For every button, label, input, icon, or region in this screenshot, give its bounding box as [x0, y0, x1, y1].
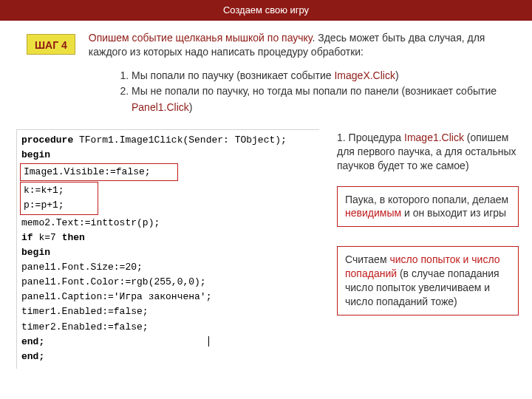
- code-line: timer2.Enabled:=false;: [20, 320, 316, 335]
- step-badge: ШАГ 4: [27, 34, 75, 55]
- code-line: p:=p+1;: [22, 198, 96, 213]
- intro-section: ШАГ 4 Опишем событие щелканья мышкой по …: [0, 21, 532, 65]
- code-line: Image1.Visible:=false;: [22, 165, 176, 180]
- procedure-name: Image1.Click: [404, 132, 464, 143]
- event-name: Panel1.Click: [132, 101, 189, 113]
- code-line: panel1.Font.Size:=20;: [20, 260, 316, 275]
- code-line: panel1.Caption:='Игра закончена';: [20, 290, 316, 304]
- code-line: if k=7 then: [20, 231, 316, 245]
- code-panel: procedure TForm1.Image1Click(Sender: TOb…: [16, 129, 319, 369]
- code-line: timer1.Enabled:=false;: [20, 304, 316, 319]
- code-line: end;: [20, 349, 316, 364]
- text-cursor: [208, 336, 209, 347]
- page-header: Создаем свою игру: [0, 0, 532, 21]
- right-column: 1. Процедура Image1.Click (опишем для пе…: [337, 129, 519, 369]
- lower-section: procedure TForm1.Image1Click(Sender: TOb…: [0, 129, 532, 369]
- code-highlight-box: Image1.Visible:=false;: [20, 163, 178, 181]
- procedure-description: 1. Процедура Image1.Click (опишем для пе…: [337, 131, 519, 173]
- note-highlight: невидимым: [345, 207, 401, 219]
- code-line: end;: [20, 335, 316, 349]
- code-line: panel1.Font.Color:=rgb(255,0,0);: [20, 275, 316, 290]
- code-line: begin: [20, 245, 316, 260]
- note-box: Паука, в которого попали, делаем невидим…: [337, 186, 519, 228]
- event-name: ImageX.Click: [334, 69, 395, 81]
- code-line: memo2.Text:=inttostr(p);: [20, 216, 316, 231]
- code-highlight-box: k:=k+1; p:=p+1;: [20, 182, 98, 214]
- intro-lead: Опишем событие щелканья мышкой по паучку: [89, 32, 313, 44]
- list-item: Мы попали по паучку (возникает событие I…: [132, 68, 532, 84]
- note-box: Считаем число попыток и число попаданий …: [337, 246, 519, 316]
- page-title: Создаем свою игру: [223, 4, 309, 16]
- intro-text: Опишем событие щелканья мышкой по паучку…: [89, 31, 514, 59]
- list-item: Мы не попали по паучку, но тогда мы попа…: [132, 83, 532, 115]
- code-line: begin: [20, 148, 316, 163]
- cases-list: Мы попали по паучку (возникает событие I…: [118, 68, 532, 116]
- code-line: procedure TForm1.Image1Click(Sender: TOb…: [20, 133, 316, 148]
- code-line: k:=k+1;: [22, 183, 96, 198]
